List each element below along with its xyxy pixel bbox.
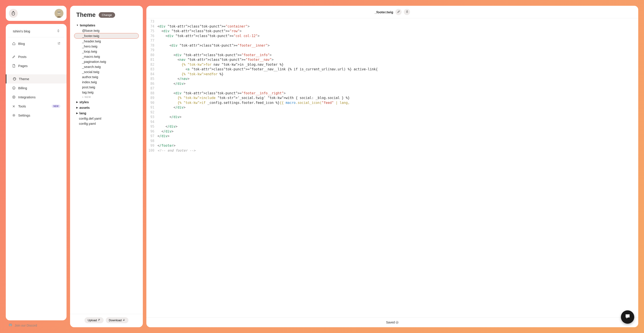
saved-status: Saved xyxy=(386,320,395,324)
discord-label: Join our Discord xyxy=(15,324,37,327)
upload-label: Upload xyxy=(88,318,97,322)
folder-templates-label: templates xyxy=(80,23,95,27)
svg-point-17 xyxy=(10,325,10,325)
external-link-icon xyxy=(58,42,60,45)
code-line: 78 <div "tok-attr">class"tok-punct">="fo… xyxy=(146,43,638,48)
nav-settings[interactable]: Settings xyxy=(6,111,66,120)
code-line: 80 <div "tok-attr">class"tok-punct">="fo… xyxy=(146,53,638,58)
trash-icon xyxy=(406,11,408,14)
caret-down-icon: ▼ xyxy=(76,24,78,27)
tree-file[interactable]: _search.twig xyxy=(74,64,139,69)
code-line: 97</div> xyxy=(146,134,638,139)
code-line: 82 {% "tok-kw">for nav "tok-kw">in _blog… xyxy=(146,62,638,67)
code-line: 83 <a "tok-attr">class"tok-punct">="foot… xyxy=(146,67,638,72)
nav-tools[interactable]: Tools NEW xyxy=(6,102,66,111)
folder-lang-label: lang xyxy=(80,111,86,115)
chat-icon xyxy=(625,313,630,320)
download-label: Download xyxy=(109,318,122,322)
code-line: 93 </div> xyxy=(146,115,638,120)
caret-right-icon: ▶ xyxy=(76,101,78,103)
tree-file[interactable]: _loop.twig xyxy=(74,49,139,54)
svg-text:$: $ xyxy=(13,87,14,89)
chat-fab[interactable] xyxy=(621,310,634,324)
tree-file[interactable]: config.yaml xyxy=(74,121,139,126)
caret-right-icon: ▶ xyxy=(76,112,78,114)
editor-filename: _footer.twig xyxy=(374,10,393,14)
nav-settings-label: Settings xyxy=(18,113,30,117)
tree-file[interactable]: tag.twig xyxy=(74,90,139,95)
logo-icon[interactable] xyxy=(9,9,18,18)
tools-icon xyxy=(12,105,16,108)
check-icon xyxy=(396,320,398,324)
svg-point-2 xyxy=(14,13,14,13)
tree-header: Theme Change xyxy=(70,10,143,21)
change-theme-button[interactable]: Change xyxy=(99,12,115,18)
nav-posts[interactable]: Posts xyxy=(6,52,66,61)
edit-filename-button[interactable] xyxy=(396,9,402,15)
tree-file[interactable]: post.twig xyxy=(74,85,139,90)
code-line: 77 xyxy=(146,39,638,43)
code-line: 95 </div> xyxy=(146,124,638,129)
code-line: 99</footer> xyxy=(146,143,638,148)
folder-styles[interactable]: ▶ styles xyxy=(74,99,139,105)
blog-selector[interactable]: Ishini's blog xyxy=(8,28,64,37)
folder-lang[interactable]: ▶ lang xyxy=(74,110,139,116)
nav-integrations-label: Integrations xyxy=(18,95,36,99)
code-line: 88 <div "tok-attr">class"tok-punct">="fo… xyxy=(146,91,638,96)
tree-file[interactable]: config.def.yaml xyxy=(74,116,139,121)
blog-name: Ishini's blog xyxy=(13,29,30,33)
tree-file[interactable]: @base.twig xyxy=(74,28,139,33)
new-badge: NEW xyxy=(52,105,60,108)
user-avatar[interactable] xyxy=(54,9,64,18)
tree-body: ▼ templates @base.twig_footer.twig_heade… xyxy=(70,21,143,314)
nav-theme[interactable]: Theme xyxy=(6,74,66,84)
nav-billing[interactable]: $ Billing xyxy=(6,84,66,93)
nav-pages[interactable]: Pages xyxy=(6,61,66,70)
chevron-updown-icon xyxy=(57,29,60,33)
svg-rect-3 xyxy=(13,11,14,12)
tree-file[interactable]: _pagination.twig xyxy=(74,59,139,64)
integrations-icon xyxy=(12,96,16,99)
tree-file[interactable]: _header.twig xyxy=(74,39,139,44)
code-line: 79 xyxy=(146,48,638,53)
editor-header: _footer.twig xyxy=(146,6,638,19)
nav-blog[interactable]: Blog xyxy=(6,39,66,48)
new-file-button[interactable]: + NEW xyxy=(74,95,139,99)
editor-panel: _footer.twig 73 74<div "tok-attr">class"… xyxy=(146,6,638,327)
code-line: 98 xyxy=(146,139,638,144)
code-line: 89 {% "tok-kw">include "tok-str">'_socia… xyxy=(146,96,638,101)
nav-billing-label: Billing xyxy=(18,86,27,90)
delete-file-button[interactable] xyxy=(404,9,410,15)
tree-file[interactable]: _social.twig xyxy=(74,69,139,74)
code-line: 86 </div> xyxy=(146,82,638,86)
svg-point-16 xyxy=(13,115,14,116)
code-line: 76 <div "tok-attr">class"tok-punct">="co… xyxy=(146,34,638,39)
code-editor[interactable]: 73 74<div "tok-attr">class"tok-punct">="… xyxy=(146,19,638,317)
nav-tools-label: Tools xyxy=(18,104,26,108)
folder-templates[interactable]: ▼ templates xyxy=(74,23,139,28)
svg-point-19 xyxy=(396,321,398,324)
nav-integrations[interactable]: Integrations xyxy=(6,93,66,102)
tree-file[interactable]: _footer.twig xyxy=(74,33,139,39)
caret-right-icon: ▶ xyxy=(76,106,78,109)
tree-file[interactable]: _macro.twig xyxy=(74,54,139,59)
upload-button[interactable]: Upload xyxy=(84,317,103,323)
svg-point-11 xyxy=(15,79,15,79)
code-line: 87 xyxy=(146,86,638,91)
pencil-icon xyxy=(398,11,400,14)
code-line: 100<!-- end footer --> xyxy=(146,148,638,153)
nav-pages-label: Pages xyxy=(18,64,28,68)
code-line: 94 xyxy=(146,120,638,125)
discord-link[interactable]: Join our Discord xyxy=(6,323,66,327)
code-line: 75 <div "tok-attr">class"tok-punct">="ro… xyxy=(146,29,638,34)
tree-footer: Upload Download xyxy=(70,314,143,323)
code-line: 81 <nav "tok-attr">class"tok-punct">="fo… xyxy=(146,58,638,62)
tree-file[interactable]: _hero.twig xyxy=(74,44,139,49)
svg-point-8 xyxy=(13,78,16,80)
tree-file[interactable]: index.twig xyxy=(74,80,139,85)
tree-file[interactable]: author.twig xyxy=(74,74,139,80)
folder-assets[interactable]: ▶ assets xyxy=(74,105,139,110)
editor-footer: Saved xyxy=(146,317,638,327)
code-line: 74<div "tok-attr">class"tok-punct">="con… xyxy=(146,24,638,29)
download-button[interactable]: Download xyxy=(106,317,128,323)
